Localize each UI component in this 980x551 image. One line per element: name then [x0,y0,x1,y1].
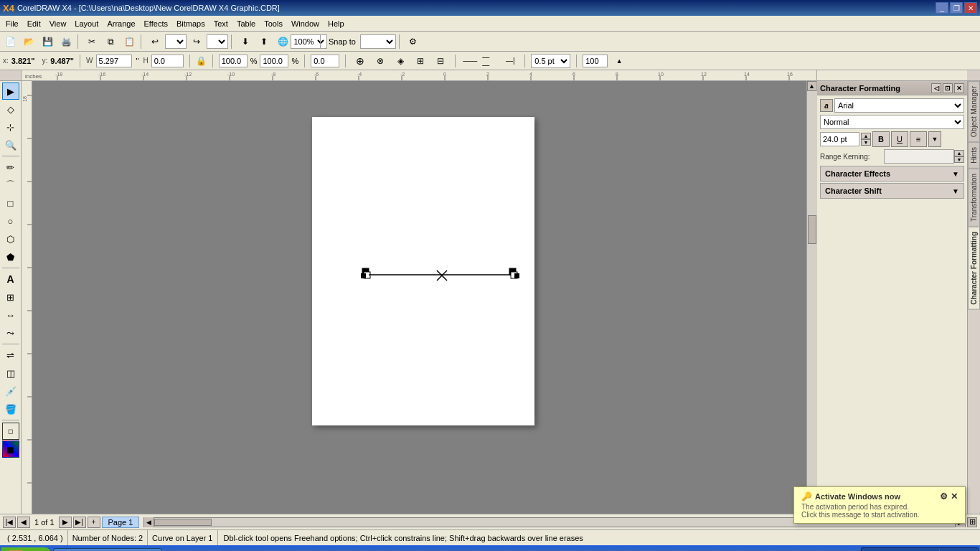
tool-fill[interactable]: 🪣 [2,400,19,418]
activate-windows-notification[interactable]: 🔑 Activate Windows now ⚙ ✕ The activatio… [793,486,966,524]
font-style-select[interactable]: Normal [820,115,964,129]
tool-smart[interactable]: ⌒ [2,176,19,194]
stroke-type-btn[interactable]: —— [461,53,479,69]
publish-button[interactable]: 🌐 [274,34,291,50]
tool-shape[interactable]: ◇ [2,100,19,118]
kerning-down[interactable]: ▼ [954,156,964,163]
menu-help[interactable]: Help [324,18,349,29]
minimize-button[interactable]: _ [936,2,948,14]
taskbar-app-btn[interactable]: X4 CorelDRAW X4 - [New C... [53,548,162,551]
stroke-style-btn[interactable]: — — [481,53,499,69]
redo-button[interactable]: ↪ [188,34,205,50]
canvas-area[interactable] [32,81,806,514]
activate-settings-icon[interactable]: ⚙ [940,491,948,501]
print-button[interactable]: 🖨️ [57,34,75,50]
undo-button[interactable]: ↩ [146,34,164,50]
open-button[interactable]: 📂 [20,34,37,50]
font-select[interactable]: Arial [834,98,964,113]
menu-table[interactable]: Table [232,18,260,29]
tool-zoom[interactable]: 🔍 [2,136,19,154]
transform-btn2[interactable]: ⊗ [372,53,389,69]
save-button[interactable]: 💾 [39,34,56,50]
page-first-btn[interactable]: |◀ [3,517,16,528]
start-button[interactable]: 🪟 start [1,547,52,552]
kerning-input[interactable] [884,149,954,164]
menu-effects[interactable]: Effects [140,18,172,29]
panel-expand-btn[interactable]: ◁ [931,83,941,93]
vertical-scrollbar[interactable]: ▲ ▼ [806,81,816,514]
panel-close-btn[interactable]: ✕ [954,83,964,93]
align-left-button[interactable]: ≡ [910,131,927,147]
tool-fill-color[interactable]: ◼ [2,441,19,458]
menu-arrange[interactable]: Arrange [103,18,139,29]
page-add-btn[interactable]: + [88,517,100,528]
tool-freehand[interactable]: ✏ [2,159,19,176]
cut-button[interactable]: ✂ [83,34,100,50]
height-input[interactable] [151,55,184,67]
redo-list[interactable] [207,34,228,49]
tool-blend[interactable]: ⇌ [2,347,19,364]
h-scroll-thumb[interactable] [154,519,212,526]
size-down[interactable]: ▼ [861,139,871,146]
options-button[interactable]: ⚙ [405,34,422,50]
undo-list[interactable] [165,34,187,49]
underline-button[interactable]: U [891,131,908,147]
snap-select[interactable] [360,34,396,49]
paste-button[interactable]: 📋 [121,34,138,50]
page-tab-1[interactable]: Page 1 [102,517,140,528]
tool-text[interactable]: A [2,270,19,288]
activate-close-btn[interactable]: ✕ [951,491,958,501]
menu-tools[interactable]: Tools [260,18,287,29]
transform-btn5[interactable]: ⊟ [432,53,449,69]
tool-rect[interactable]: □ [2,194,19,212]
page-next-btn[interactable]: ▶ [59,517,72,528]
stroke-size-select[interactable]: 0.5 pt [531,54,570,68]
opacity-input[interactable] [583,55,608,67]
lock-icon[interactable]: 🔒 [196,56,207,66]
scale1-input[interactable] [219,55,248,67]
font-size-input[interactable] [820,132,859,146]
menu-text[interactable]: Text [209,18,232,29]
menu-window[interactable]: Window [287,18,324,29]
tool-ellipse[interactable]: ○ [2,212,19,230]
menu-view[interactable]: View [45,18,71,29]
opacity-up[interactable]: ▲ [611,53,628,69]
tool-select[interactable]: ▶ [2,83,19,100]
tool-eyedropper[interactable]: 💉 [2,382,19,400]
menu-layout[interactable]: Layout [70,18,103,29]
char-shift-section[interactable]: Character Shift ▼ [820,183,964,199]
import-button[interactable]: ⬇ [237,34,254,50]
side-tab-object-manager[interactable]: Object Manager [968,81,980,142]
new-button[interactable]: 📄 [1,34,19,50]
size-up[interactable]: ▲ [861,133,871,139]
restore-button[interactable]: ❐ [950,2,963,14]
scroll-left-btn[interactable]: ◀ [144,517,154,527]
menu-bitmaps[interactable]: Bitmaps [172,18,209,29]
menu-file[interactable]: File [1,18,23,29]
side-tab-char-formatting[interactable]: Character Formatting [968,227,980,310]
tool-polygon[interactable]: ⬡ [2,230,19,248]
side-tab-transformation[interactable]: Transformation [968,169,980,227]
tool-crop[interactable]: ⊹ [2,118,19,136]
tool-dimensions[interactable]: ↔ [2,306,19,324]
copy-button[interactable]: ⧉ [102,34,119,50]
close-button[interactable]: ✕ [964,2,977,14]
transform-btn3[interactable]: ◈ [392,53,409,69]
resize-grip[interactable]: ⊞ [967,517,977,527]
tool-connector[interactable]: ⤳ [2,324,19,342]
menu-edit[interactable]: Edit [23,18,45,29]
transform-btn4[interactable]: ⊞ [412,53,429,69]
width-input[interactable] [96,55,132,67]
transform-btn1[interactable]: ⊕ [352,53,369,69]
scroll-up-button[interactable]: ▲ [807,81,817,91]
stroke-end-btn[interactable]: —| [501,53,519,69]
scroll-thumb[interactable] [808,215,816,244]
bold-button[interactable]: B [872,131,890,147]
char-effects-section[interactable]: Character Effects ▼ [820,166,964,182]
panel-float-btn[interactable]: ⊡ [943,83,953,93]
side-tab-hints[interactable]: Hints [968,142,980,169]
page-prev-btn[interactable]: ◀ [17,517,30,528]
page-last-btn[interactable]: ▶| [73,517,86,528]
scale2-input[interactable] [260,55,288,67]
tool-outline[interactable]: ◻ [2,423,19,440]
